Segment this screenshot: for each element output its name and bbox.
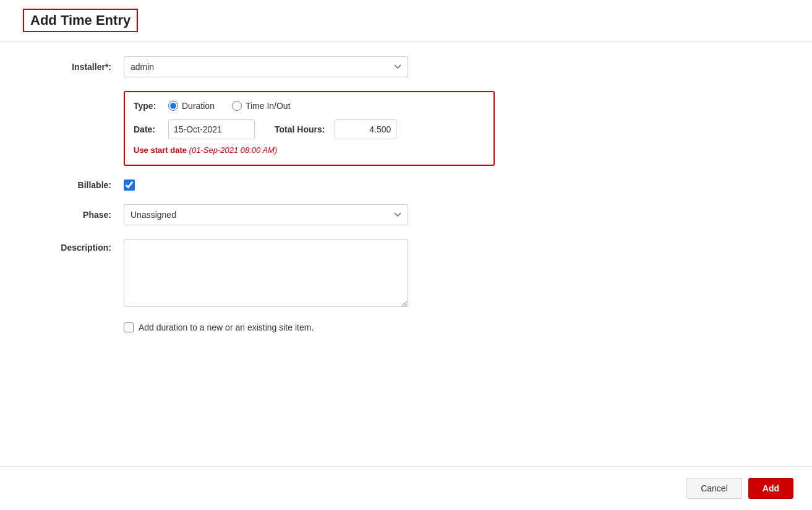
use-start-date-row: Use start date (01-Sep-2021 08:00 AM)	[134, 145, 481, 155]
type-box: Type: Duration Time In/Out Dat	[124, 91, 495, 166]
installer-label: Installer*:	[49, 62, 124, 72]
add-duration-row: Add duration to a new or an existing sit…	[124, 322, 787, 332]
cancel-button[interactable]: Cancel	[686, 478, 742, 499]
radio-duration-input[interactable]	[168, 101, 178, 111]
description-label: Description:	[49, 239, 124, 253]
add-duration-checkbox[interactable]	[124, 322, 134, 332]
description-row: Description:	[49, 239, 787, 309]
type-label: Type:	[134, 101, 158, 111]
type-outer-label	[49, 91, 124, 98]
phase-control: Unassigned	[124, 204, 787, 225]
description-control	[124, 239, 787, 309]
type-radio-row: Type: Duration Time In/Out	[134, 101, 481, 111]
phase-label: Phase:	[49, 210, 124, 220]
use-start-date-link[interactable]: Use start date	[134, 145, 187, 155]
installer-row: Installer*: admin	[49, 56, 787, 77]
radio-timeinout-label[interactable]: Time In/Out	[246, 101, 291, 111]
billable-checkbox[interactable]	[124, 179, 135, 191]
add-button[interactable]: Add	[748, 478, 793, 499]
dialog-container: Add Time Entry Installer*: admin Type:	[0, 0, 812, 510]
installer-control: admin	[124, 56, 787, 77]
date-label: Date:	[134, 124, 158, 134]
radio-timeinout-input[interactable]	[232, 101, 242, 111]
dialog-header: Add Time Entry	[0, 0, 812, 41]
radio-timeinout[interactable]: Time In/Out	[232, 101, 291, 111]
description-textarea[interactable]	[124, 239, 408, 307]
total-hours-input[interactable]	[335, 119, 396, 139]
date-row: Date: 15-Oct-2021 Total Hours:	[134, 119, 481, 139]
add-duration-label[interactable]: Add duration to a new or an existing sit…	[139, 322, 314, 332]
radio-duration-label[interactable]: Duration	[182, 101, 215, 111]
use-start-date-info: (01-Sep-2021 08:00 AM)	[189, 145, 278, 155]
installer-select[interactable]: admin	[124, 56, 408, 77]
dialog-footer: Cancel Add	[0, 466, 812, 510]
total-hours-label: Total Hours:	[275, 124, 325, 134]
page-title: Add Time Entry	[23, 9, 138, 32]
radio-group: Duration Time In/Out	[168, 101, 291, 111]
billable-row: Billable:	[49, 179, 787, 191]
phase-select[interactable]: Unassigned	[124, 204, 408, 225]
type-section-row: Type: Duration Time In/Out Dat	[49, 91, 787, 166]
radio-duration[interactable]: Duration	[168, 101, 215, 111]
date-input[interactable]: 15-Oct-2021	[168, 119, 255, 139]
billable-label: Billable:	[49, 180, 124, 190]
dialog-body: Installer*: admin Type: Duration	[0, 41, 812, 357]
phase-row: Phase: Unassigned	[49, 204, 787, 225]
billable-checkbox-wrap	[124, 179, 135, 191]
